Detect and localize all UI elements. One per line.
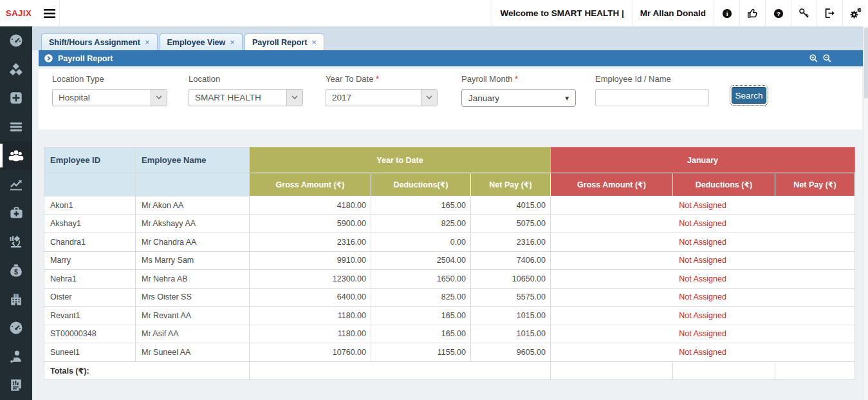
- cell-employee-name: Mr Revant AA: [136, 307, 250, 325]
- tab-payroll-report[interactable]: Payroll Report ×: [245, 33, 324, 50]
- location-select[interactable]: SMART HEALTH: [189, 89, 303, 106]
- tab-close-icon[interactable]: ×: [230, 37, 235, 47]
- cell-month-status: Not Assigned: [551, 288, 855, 307]
- table-row[interactable]: Oister Mrs Oister SS 6400.00 825.00 5575…: [44, 288, 855, 307]
- table-row[interactable]: Chandra1 Mr Chandra AA 2316.00 0.00 2316…: [44, 233, 855, 252]
- tab-close-icon[interactable]: ×: [145, 37, 150, 47]
- sidebar-item-employees[interactable]: [0, 141, 32, 170]
- chevron-circle-icon: [44, 53, 53, 63]
- location-type-select[interactable]: Hospital: [52, 89, 167, 106]
- employee-id-name-input[interactable]: [595, 89, 709, 106]
- sidebar-item-hospital[interactable]: H: [0, 285, 32, 314]
- table-row[interactable]: Nehra1 Mr Nehra AB 12300.00 1650.00 1065…: [44, 270, 855, 289]
- col-header-ytd-net: Net Pay (₹): [471, 173, 551, 196]
- sajix-logo[interactable]: SAJIX: [0, 8, 32, 18]
- users-icon: [8, 148, 24, 164]
- cell-ytd-gross: 10760.00: [250, 343, 371, 362]
- required-asterisk: *: [376, 74, 379, 84]
- zoom-out-icon[interactable]: [822, 53, 832, 63]
- tab-label: Shift/Hours Assignment: [49, 38, 140, 47]
- cell-employee-id: Revant1: [44, 307, 136, 325]
- sidebar-item-medical-kit[interactable]: [0, 199, 32, 228]
- cell-month-status: Not Assigned: [551, 343, 855, 362]
- sidebar-item-laboratory[interactable]: [0, 227, 32, 256]
- cell-employee-name: Mr Asif AA: [136, 325, 250, 343]
- cell-ytd-deductions: 165.00: [371, 325, 471, 343]
- scrollbar-thumb[interactable]: [864, 28, 868, 99]
- tab-shift-hours-assignment[interactable]: Shift/Hours Assignment ×: [41, 33, 158, 50]
- table-row[interactable]: Akshay1 Mr Akshayy AA 5900.00 825.00 507…: [44, 214, 855, 233]
- year-to-date-select[interactable]: 2017: [326, 89, 438, 106]
- chevron-down-icon: [421, 90, 437, 106]
- col-header-month-deductions: Deductions (₹): [673, 173, 775, 196]
- cell-employee-id: Chandra1: [44, 233, 136, 252]
- col-header-employee-name: Employee Name: [136, 148, 250, 173]
- sidebar-item-analytics[interactable]: [0, 170, 32, 199]
- logo-text: SAJIX: [6, 8, 32, 18]
- sidebar-item-reports[interactable]: [0, 371, 32, 400]
- svg-text:$: $: [14, 268, 18, 276]
- sidebar-item-finance[interactable]: $: [0, 256, 32, 285]
- location-type-label: Location Type: [52, 74, 167, 84]
- table-row[interactable]: ST00000348 Mr Asif AA 1180.00 165.00 101…: [44, 325, 855, 343]
- report-icon: [9, 378, 23, 392]
- payroll-month-value: January: [468, 93, 565, 103]
- gears-icon[interactable]: [842, 0, 868, 26]
- cell-employee-name: Mr Akshayy AA: [136, 214, 250, 233]
- payroll-month-dropdown[interactable]: January ▾: [461, 89, 576, 107]
- cell-employee-name: Mr Chandra AA: [136, 233, 250, 252]
- totals-label: Totals (₹):: [44, 361, 250, 380]
- zoom-in-icon[interactable]: [809, 53, 818, 63]
- thumbs-up-icon[interactable]: [739, 0, 765, 26]
- help-icon[interactable]: ?: [765, 0, 791, 26]
- sidebar-item-list[interactable]: [0, 113, 32, 142]
- cell-ytd-deductions: 1155.00: [371, 343, 471, 362]
- location-label: Location: [189, 74, 303, 84]
- tab-close-icon[interactable]: ×: [311, 37, 317, 47]
- user-name[interactable]: Mr Allan Donald: [632, 0, 714, 26]
- vertical-scrollbar[interactable]: [863, 26, 868, 400]
- col-header-employee-id: Employee ID: [44, 148, 136, 173]
- cell-employee-id: Suneel1: [44, 343, 136, 362]
- cell-ytd-deductions: 825.00: [371, 288, 471, 307]
- medkit-icon: [9, 205, 24, 220]
- tab-employee-view[interactable]: Employee View ×: [160, 33, 243, 50]
- cell-ytd-net: 10650.00: [471, 270, 551, 289]
- signout-icon[interactable]: [817, 0, 842, 26]
- cell-employee-id: Akshay1: [44, 214, 136, 233]
- employee-id-name-label: Employee Id / Name: [595, 74, 709, 84]
- location-value: SMART HEALTH: [189, 93, 286, 102]
- search-button[interactable]: Search: [732, 87, 766, 104]
- cell-ytd-deductions: 165.00: [371, 307, 471, 325]
- cell-ytd-net: 7406.00: [471, 251, 551, 270]
- table-row[interactable]: Suneel1 Mr Suneel AA 10760.00 1155.00 96…: [44, 343, 855, 362]
- info-icon[interactable]: i: [714, 0, 739, 26]
- cell-employee-name: Mr Akon AA: [136, 196, 250, 215]
- gauge-icon: [8, 33, 24, 48]
- cell-month-status: Not Assigned: [551, 233, 855, 252]
- hamburger-icon[interactable]: [40, 0, 59, 26]
- money-bag-icon: $: [8, 263, 24, 278]
- cell-employee-id: Akon1: [44, 196, 136, 215]
- table-row[interactable]: Revant1 Mr Revant AA 1180.00 165.00 1015…: [44, 307, 855, 325]
- cell-month-status: Not Assigned: [551, 196, 855, 215]
- sidebar-item-add[interactable]: [0, 84, 32, 113]
- table-row[interactable]: Akon1 Mr Akon AA 4180.00 165.00 4015.00 …: [44, 196, 855, 215]
- cell-ytd-net: 9605.00: [471, 343, 551, 362]
- cell-ytd-net: 1015.00: [471, 325, 551, 343]
- key-icon[interactable]: [791, 0, 817, 26]
- sidebar-item-dashboard[interactable]: [0, 26, 32, 55]
- sidebar-item-doctor[interactable]: [0, 343, 32, 372]
- chevron-down-icon: [151, 90, 167, 106]
- group-header-year-to-date: Year to Date: [250, 148, 551, 173]
- caret-down-icon: ▾: [565, 94, 569, 102]
- table-row[interactable]: Marry Ms Marry Sam 9910.00 2504.00 7406.…: [44, 251, 855, 270]
- sidebar-item-dashboard-2[interactable]: [0, 314, 32, 343]
- col-header-month-net: Net Pay (₹): [775, 173, 855, 196]
- totals-month-deductions-cell: [673, 361, 775, 380]
- cell-month-status: Not Assigned: [551, 251, 855, 270]
- sidebar: $ H: [0, 26, 32, 400]
- sidebar-item-modules[interactable]: [0, 55, 32, 84]
- cell-ytd-gross: 1180.00: [250, 325, 371, 343]
- group-header-january: January: [551, 148, 855, 173]
